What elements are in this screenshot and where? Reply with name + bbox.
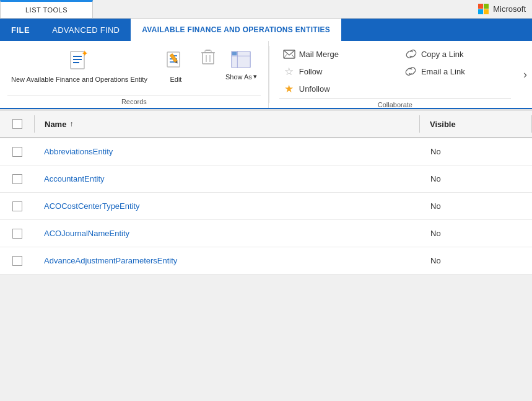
row-checkbox-cell bbox=[0, 229, 34, 239]
row-checkbox[interactable] bbox=[12, 201, 22, 211]
nav-available-entities-tab[interactable]: AVAILABLE FINANCE AND OPERATIONS ENTITIE… bbox=[131, 19, 341, 41]
select-all-checkbox[interactable] bbox=[12, 119, 22, 129]
nav-advanced-find-button[interactable]: ADVANCED FIND bbox=[41, 19, 131, 41]
mail-merge-button[interactable]: Mail Merge bbox=[279, 46, 389, 62]
ribbon-more-button[interactable]: › bbox=[518, 41, 532, 108]
row-checkbox[interactable] bbox=[12, 174, 22, 184]
nav-bar: FILE ADVANCED FIND AVAILABLE FINANCE AND… bbox=[0, 19, 532, 41]
new-entity-button[interactable]: ✦ New Available Finance and Operations E… bbox=[7, 46, 151, 86]
edit-icon bbox=[164, 48, 188, 73]
column-header-visible[interactable]: Visible bbox=[420, 120, 531, 129]
microsoft-logo: Microsoft bbox=[478, 0, 532, 18]
list-tools-tab: LIST TOOLS bbox=[0, 0, 93, 18]
collaborate-buttons: Mail Merge Copy a Link ☆ Follow bbox=[279, 46, 511, 97]
svg-text:✦: ✦ bbox=[81, 49, 89, 58]
row-visible-value: No bbox=[421, 256, 532, 265]
copy-link-button[interactable]: Copy a Link bbox=[401, 46, 511, 62]
chevron-right-icon: › bbox=[523, 68, 527, 81]
table-row: AdvanceAdjustmentParametersEntity No bbox=[0, 247, 532, 275]
list-tools-label: LIST TOOLS bbox=[25, 6, 68, 14]
edit-button[interactable]: Edit bbox=[157, 46, 194, 86]
row-checkbox[interactable] bbox=[12, 147, 22, 157]
row-checkbox-cell bbox=[0, 256, 34, 266]
row-entity-name[interactable]: AdvanceAdjustmentParametersEntity bbox=[34, 256, 421, 265]
show-as-dropdown-arrow: ▾ bbox=[253, 73, 257, 81]
unfollow-star-icon: ★ bbox=[283, 82, 295, 95]
follow-star-icon: ☆ bbox=[283, 65, 295, 77]
show-as-label: Show As ▾ bbox=[225, 73, 257, 81]
nav-file-button[interactable]: FILE bbox=[0, 19, 41, 41]
row-checkbox[interactable] bbox=[12, 229, 22, 239]
svg-line-22 bbox=[284, 55, 287, 58]
entities-table: Name ↑ Visible AbbreviationsEntity No Ac… bbox=[0, 109, 532, 275]
svg-rect-11 bbox=[203, 53, 214, 64]
row-entity-name[interactable]: ACOJournalNameEntity bbox=[34, 229, 421, 238]
row-entity-name[interactable]: ACOCostCenterTypeEntity bbox=[34, 201, 421, 211]
unfollow-label: Unfollow bbox=[299, 84, 330, 94]
column-header-name[interactable]: Name ↑ bbox=[35, 120, 419, 129]
table-row: ACOCostCenterTypeEntity No bbox=[0, 193, 532, 220]
row-entity-name[interactable]: AbbreviationsEntity bbox=[34, 147, 421, 156]
copy-link-label: Copy a Link bbox=[421, 50, 464, 59]
table-row: AbbreviationsEntity No bbox=[0, 138, 532, 165]
new-entity-icon: ✦ bbox=[67, 48, 92, 73]
email-link-icon bbox=[405, 65, 417, 77]
row-checkbox[interactable] bbox=[12, 256, 22, 266]
row-entity-name[interactable]: AccountantEntity bbox=[34, 174, 421, 183]
email-link-label: Email a Link bbox=[421, 67, 465, 76]
email-link-button[interactable]: Email a Link bbox=[401, 63, 511, 79]
collaborate-section-label: Collaborate bbox=[279, 98, 511, 108]
row-checkbox-cell bbox=[0, 174, 34, 184]
collaborate-section: Mail Merge Copy a Link ☆ Follow bbox=[269, 41, 518, 108]
row-visible-value: No bbox=[421, 147, 532, 156]
show-as-icon bbox=[230, 48, 252, 73]
follow-button[interactable]: ☆ Follow bbox=[279, 63, 389, 79]
ribbon: ✦ New Available Finance and Operations E… bbox=[0, 41, 532, 109]
edit-label: Edit bbox=[170, 76, 181, 84]
table-row: AccountantEntity No bbox=[0, 165, 532, 193]
mail-merge-label: Mail Merge bbox=[299, 50, 339, 59]
microsoft-brand-label: Microsoft bbox=[493, 4, 526, 14]
unfollow-button[interactable]: ★ Unfollow bbox=[279, 81, 389, 97]
svg-rect-20 bbox=[232, 52, 237, 56]
mail-merge-icon bbox=[283, 48, 295, 60]
header-checkbox-cell bbox=[0, 119, 34, 129]
row-visible-value: No bbox=[421, 229, 532, 238]
delete-button[interactable] bbox=[201, 46, 216, 68]
row-visible-value: No bbox=[421, 201, 532, 211]
svg-line-23 bbox=[292, 55, 295, 58]
follow-label: Follow bbox=[299, 67, 323, 76]
sort-arrow-icon: ↑ bbox=[69, 120, 73, 128]
records-section: ✦ New Available Finance and Operations E… bbox=[0, 41, 269, 108]
show-as-button[interactable]: Show As ▾ bbox=[222, 46, 261, 83]
table-header: Name ↑ Visible bbox=[0, 111, 532, 138]
top-bar: LIST TOOLS Microsoft bbox=[0, 0, 532, 19]
records-section-label: Records bbox=[7, 95, 261, 105]
trash-icon bbox=[201, 48, 216, 68]
row-visible-value: No bbox=[421, 174, 532, 183]
row-checkbox-cell bbox=[0, 201, 34, 211]
row-checkbox-cell bbox=[0, 147, 34, 157]
table-row: ACOJournalNameEntity No bbox=[0, 220, 532, 247]
new-entity-label: New Available Finance and Operations Ent… bbox=[11, 76, 147, 84]
copy-link-icon bbox=[405, 48, 417, 60]
records-buttons: ✦ New Available Finance and Operations E… bbox=[7, 46, 261, 94]
ms-squares-icon bbox=[478, 4, 489, 14]
